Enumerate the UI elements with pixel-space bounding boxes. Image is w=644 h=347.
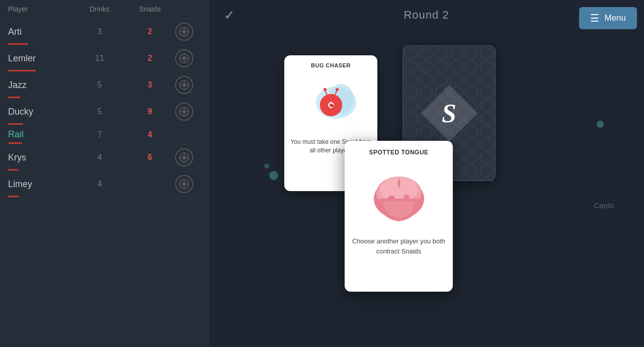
spotted-tongue-image xyxy=(364,161,434,231)
player-score-bar xyxy=(8,70,36,71)
back-card-logo: S xyxy=(427,91,472,136)
svg-point-27 xyxy=(184,111,185,113)
player-drinks: 5 xyxy=(74,80,125,90)
bug-chaser-image xyxy=(301,72,361,133)
player-row: Jazz53 xyxy=(0,72,208,99)
player-drinks: 4 xyxy=(74,180,125,189)
decorative-dot xyxy=(269,171,278,180)
player-row: Limey4 xyxy=(0,171,208,198)
player-drinks: 3 xyxy=(74,27,125,36)
player-drinks: 7 xyxy=(74,130,125,139)
player-drinks: 5 xyxy=(74,107,125,116)
player-name: Arti xyxy=(8,27,74,37)
player-name: Lemler xyxy=(8,53,74,64)
game-header: ✓ Round 2 xyxy=(209,0,644,30)
spotted-tongue-card[interactable]: Spotted Tongue xyxy=(345,141,453,292)
player-row: Lemler112 xyxy=(0,45,208,72)
player-name: Ducky xyxy=(8,107,74,117)
cards-area: Bug Chaser xyxy=(209,30,644,347)
player-score-bar xyxy=(8,123,23,125)
spotted-tongue-description: Choose another player you both contract … xyxy=(352,236,446,256)
col-action xyxy=(175,5,200,13)
player-list: Arti32 Lemler112 Jazz53 xyxy=(0,19,208,198)
player-snaids: 9 xyxy=(125,107,175,116)
player-score-bar xyxy=(8,43,28,45)
main-area: ✓ Round 2 ☰ Menu Bug Chaser xyxy=(209,0,644,347)
player-action[interactable] xyxy=(175,175,193,193)
round-title: Round 2 xyxy=(404,9,449,22)
menu-label: Menu xyxy=(604,13,626,23)
svg-point-50 xyxy=(336,88,339,91)
player-score-bar xyxy=(8,142,22,144)
player-name: Rail xyxy=(8,129,74,140)
col-snaids: Snaids xyxy=(125,5,175,13)
player-action[interactable] xyxy=(175,76,193,94)
player-drinks: 4 xyxy=(74,153,125,162)
player-snaids: 6 xyxy=(125,153,175,162)
player-score-bar xyxy=(8,169,18,170)
player-action[interactable] xyxy=(175,103,193,121)
player-snaids: 2 xyxy=(125,27,175,36)
spotted-tongue-title: Spotted Tongue xyxy=(369,149,428,156)
col-player: Player xyxy=(8,5,74,13)
player-action[interactable] xyxy=(175,23,193,41)
player-score-bar xyxy=(8,196,19,197)
player-snaids: 3 xyxy=(125,80,175,90)
player-row: Ducky59 xyxy=(0,99,208,125)
player-row: Arti32 xyxy=(0,19,208,45)
svg-point-41 xyxy=(184,184,185,185)
player-score-bar xyxy=(8,97,21,98)
player-name: Limey xyxy=(8,179,74,190)
player-row: Rail74 xyxy=(0,125,208,144)
svg-point-46 xyxy=(331,104,334,107)
col-drinks: Drinks xyxy=(74,5,125,13)
menu-icon: ☰ xyxy=(590,12,599,24)
svg-point-13 xyxy=(184,58,185,59)
sidebar-header: Player Drinks Snaids xyxy=(0,0,208,19)
menu-button[interactable]: ☰ Menu xyxy=(579,7,637,29)
svg-point-34 xyxy=(184,157,185,158)
player-action[interactable] xyxy=(175,148,193,166)
svg-point-6 xyxy=(184,31,185,33)
chevron-down-icon[interactable]: ✓ xyxy=(224,8,235,23)
sidebar: Player Drinks Snaids Arti32 Lemler112 Ja xyxy=(0,0,209,347)
player-name: Krys xyxy=(8,152,74,163)
svg-point-49 xyxy=(324,88,327,91)
player-name: Jazz xyxy=(8,80,74,91)
player-drinks: 11 xyxy=(74,54,125,63)
decorative-dot xyxy=(597,121,604,128)
svg-point-20 xyxy=(184,84,185,86)
player-row: Krys46 xyxy=(0,144,208,171)
cards-label: Cards xyxy=(594,201,614,210)
player-snaids: 4 xyxy=(125,130,175,139)
player-snaids: 2 xyxy=(125,54,175,63)
back-card-letter: S xyxy=(442,99,456,128)
decorative-dot xyxy=(264,163,269,168)
player-action[interactable] xyxy=(175,49,193,67)
bug-chaser-title: Bug Chaser xyxy=(311,62,351,68)
